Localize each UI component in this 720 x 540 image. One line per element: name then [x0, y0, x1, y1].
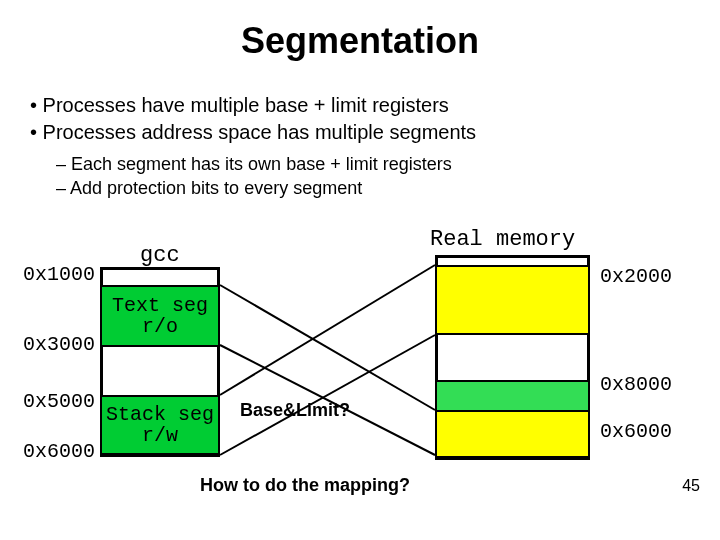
- real-memory-label: Real memory: [430, 227, 575, 252]
- bullet-2: Processes address space has multiple seg…: [30, 119, 720, 146]
- stack-segment-label-1: Stack seg: [106, 404, 214, 425]
- addr-right-0x8000: 0x8000: [600, 373, 672, 396]
- real-memory-yellow-upper: [435, 265, 590, 335]
- base-and-limit-question: Base&Limit?: [240, 400, 350, 421]
- sub-bullet-1: Each segment has its own base + limit re…: [56, 152, 720, 176]
- svg-line-2: [220, 265, 435, 395]
- addr-left-0x1000: 0x1000: [0, 263, 95, 286]
- addr-left-0x5000: 0x5000: [0, 390, 95, 413]
- sub-bullet-list: Each segment has its own base + limit re…: [0, 152, 720, 201]
- addr-right-0x2000: 0x2000: [600, 265, 672, 288]
- addr-left-0x6000: 0x6000: [0, 440, 95, 463]
- sub-bullet-2: Add protection bits to every segment: [56, 176, 720, 200]
- slide-title: Segmentation: [0, 20, 720, 62]
- addr-left-0x3000: 0x3000: [0, 333, 95, 356]
- segmentation-diagram: gcc Real memory Text seg r/o Stack seg r…: [0, 245, 720, 505]
- slide-number: 45: [682, 477, 700, 495]
- bullet-list: Processes have multiple base + limit reg…: [0, 92, 720, 146]
- addr-right-0x6000: 0x6000: [600, 420, 672, 443]
- svg-line-3: [220, 335, 435, 455]
- stack-segment-label-2: r/w: [142, 425, 178, 446]
- gcc-label: gcc: [140, 243, 180, 268]
- real-memory-yellow-lower: [435, 410, 590, 458]
- text-segment-label-2: r/o: [142, 316, 178, 337]
- svg-line-0: [220, 285, 435, 410]
- text-segment: Text seg r/o: [100, 285, 220, 347]
- text-segment-label-1: Text seg: [112, 295, 208, 316]
- stack-segment: Stack seg r/w: [100, 395, 220, 455]
- bullet-1: Processes have multiple base + limit reg…: [30, 92, 720, 119]
- how-to-mapping-question: How to do the mapping?: [200, 475, 410, 496]
